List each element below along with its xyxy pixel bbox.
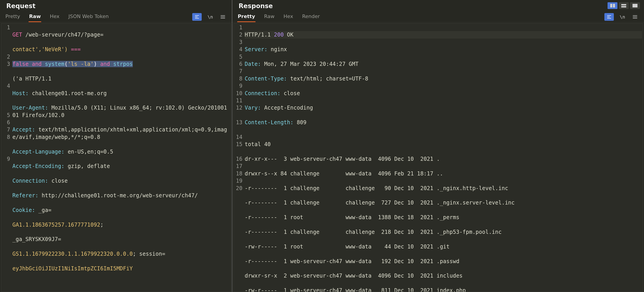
- body-line: -r-------- 1 challenge challenge 90 Dec …: [245, 185, 642, 192]
- app-root: Request Pretty Raw Hex JSON Web Token \n…: [0, 0, 644, 292]
- hdr-cookie: Cookie:: [12, 207, 35, 213]
- tab-response-hex[interactable]: Hex: [283, 12, 294, 22]
- response-editor[interactable]: 123456789101112 13 1415 1617181920 HTTP/…: [233, 23, 643, 292]
- hdr-content-length: Content-Length:: [245, 119, 294, 126]
- request-toolbar: \n: [192, 13, 227, 21]
- hamburger-menu-icon[interactable]: [631, 13, 639, 21]
- body-line: -r-------- 1 challenge challenge 218 Dec…: [245, 228, 642, 236]
- body-line: -rw-r----- 1 root www-data 44 Dec 10 202…: [245, 243, 642, 250]
- tab-request-jwt[interactable]: JSON Web Token: [68, 12, 109, 22]
- body-line: -r-------- 1 web-serveur-ch47 www-data 1…: [245, 258, 642, 265]
- body-line: -rw-r----- 1 web-serveur-ch47 www-data 8…: [245, 287, 642, 292]
- hdr-accept-encoding: Accept-Encoding:: [12, 163, 64, 169]
- tab-response-render[interactable]: Render: [302, 12, 320, 22]
- hdr-referer: Referer:: [12, 192, 38, 199]
- hdr-content-type: Content-Type:: [245, 76, 287, 82]
- response-panel: Response Pretty Raw Hex Render: [232, 0, 644, 292]
- hdr-accept: Accept:: [12, 126, 35, 133]
- response-toolbar: \n: [604, 13, 639, 21]
- layout-view-toggles: [608, 0, 644, 9]
- hamburger-menu-icon[interactable]: [219, 13, 227, 21]
- response-panel-title: Response: [232, 0, 608, 12]
- hdr-user-agent: User-Agent:: [12, 105, 48, 111]
- body-line: total 40: [245, 141, 642, 148]
- request-panel: Request Pretty Raw Hex JSON Web Token \n…: [0, 0, 232, 292]
- request-panel-title: Request: [0, 0, 232, 12]
- request-gutter: 1 2 3 4 5 6 7 8 9: [1, 24, 12, 292]
- hdr-accept-language: Accept-Language:: [12, 149, 64, 155]
- view-stacked-icon[interactable]: [619, 2, 629, 9]
- hdr-date: Date:: [245, 61, 261, 67]
- body-line: dr-xr-x--- 3 web-serveur-ch47 www-data 4…: [245, 155, 642, 163]
- hdr-host: Host:: [12, 90, 28, 96]
- hdr-connection: Connection:: [12, 178, 48, 184]
- view-side-by-side-icon[interactable]: [608, 2, 618, 9]
- request-tablist: Pretty Raw Hex JSON Web Token: [5, 12, 109, 22]
- hdr-server: Server:: [245, 46, 268, 53]
- request-editor[interactable]: 1 2 3 4 5 6 7 8 9 GET /web-serveur/ch47/…: [1, 23, 231, 292]
- http-method: GET: [12, 32, 22, 38]
- body-line: -r-------- 1 root www-data 1388 Dec 18 2…: [245, 214, 642, 221]
- response-code[interactable]: HTTP/1.1 200 OK Server: nginx Date: Mon,…: [244, 24, 643, 292]
- tab-request-pretty[interactable]: Pretty: [5, 12, 20, 22]
- tab-request-hex[interactable]: Hex: [49, 12, 60, 22]
- beautify-icon[interactable]: [192, 13, 202, 21]
- wrap-toggle-icon[interactable]: \n: [206, 13, 214, 21]
- response-tablist: Pretty Raw Hex Render: [237, 12, 320, 22]
- body-line: -r-------- 1 challenge challenge 727 Dec…: [245, 199, 642, 206]
- wrap-toggle-icon[interactable]: \n: [618, 13, 626, 21]
- tab-response-pretty[interactable]: Pretty: [237, 12, 256, 22]
- view-single-icon[interactable]: [630, 2, 640, 9]
- response-gutter: 123456789101112 13 1415 1617181920: [234, 24, 244, 292]
- hdr-vary: Vary:: [245, 105, 261, 111]
- body-line: drwxr-sr-x 2 web-serveur-ch47 www-data 4…: [245, 272, 642, 279]
- hdr-connection: Connection:: [245, 90, 280, 96]
- body-line: drwxr-s--x 84 challenge www-data 4096 Fe…: [245, 170, 642, 177]
- request-tabbar: Pretty Raw Hex JSON Web Token \n: [0, 12, 232, 22]
- request-code[interactable]: GET /web-serveur/ch47/?page= contact','N…: [12, 24, 231, 292]
- response-tabbar: Pretty Raw Hex Render \n: [232, 12, 644, 22]
- status-line: HTTP/1.1 200 OK: [245, 31, 642, 38]
- tab-request-raw[interactable]: Raw: [28, 12, 41, 22]
- tab-response-raw[interactable]: Raw: [264, 12, 275, 22]
- beautify-icon[interactable]: [604, 13, 614, 21]
